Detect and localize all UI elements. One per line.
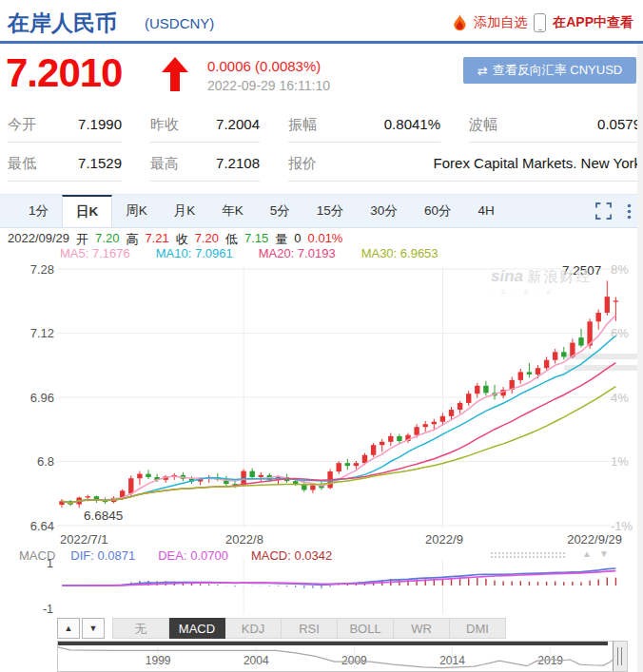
svg-text:8%: 8% [611, 262, 629, 277]
navigator-year-label: 1999 [146, 654, 171, 667]
reverse-rate-button[interactable]: ⇄ 查看反向汇率 CNYUSD [463, 57, 636, 84]
add-watchlist-button[interactable]: 添加自选 [474, 14, 527, 31]
indicator-tab-1[interactable]: MACD [169, 618, 225, 639]
history-line [58, 647, 614, 668]
navigator-range-bar[interactable] [58, 642, 608, 645]
navigator-year-label: 2009 [341, 654, 367, 667]
indicator-tabbar: ▲ ▼ 无MACDKDJRSIBOLLWRDMI [57, 618, 506, 639]
svg-text:6.64: 6.64 [30, 519, 54, 533]
macd-chart[interactable]: 1-1 [0, 555, 643, 618]
stat-high: 最高7.2108 [150, 155, 260, 182]
period-tab-3[interactable]: 月K [161, 195, 209, 227]
page-scrollbar[interactable] [637, 44, 643, 672]
period-tab-8[interactable]: 60分 [411, 195, 465, 227]
dif-line [62, 568, 615, 586]
indicator-tab-2[interactable]: KDJ [225, 618, 282, 639]
navigator-chart: 19992004200920142019 [58, 642, 625, 669]
period-tab-1[interactable]: 日K [62, 195, 112, 227]
svg-text:6.96: 6.96 [30, 391, 54, 405]
x-axis-label: 2022/9/29 [567, 532, 622, 547]
svg-text:-1%: -1% [611, 519, 633, 533]
stat-low: 最低7.1529 [8, 155, 122, 182]
candlestick-chart[interactable]: 7.288%7.126%6.964%6.81%6.64-1%7.25076.68… [0, 262, 643, 549]
navigator-year-label: 2014 [439, 654, 465, 667]
ma-legend: MA5: 7.1676 MA10: 7.0961 MA20: 7.0193 MA… [60, 246, 438, 260]
header: 在岸人民币 (USDCNY) 添加自选 在APP中查看 [0, 0, 643, 41]
macd-y-bottom: -1 [43, 603, 53, 616]
low-annotation: 6.6845 [84, 509, 123, 523]
high-annotation: 7.2507 [562, 263, 601, 278]
indicator-tab-3[interactable]: RSI [282, 618, 338, 639]
svg-text:6.8: 6.8 [37, 454, 54, 469]
svg-text:7.28: 7.28 [30, 262, 54, 277]
macd-y-top: 1 [47, 557, 53, 570]
fullscreen-icon[interactable] [595, 202, 612, 220]
price-change: 0.0006 (0.0083%) [207, 58, 321, 74]
page-title: 在岸人民币 [8, 9, 117, 38]
indicator-tab-6[interactable]: DMI [450, 618, 506, 639]
swap-icon: ⇄ [477, 64, 488, 78]
period-tab-6[interactable]: 15分 [303, 195, 358, 227]
up-arrow-icon [162, 57, 188, 91]
header-divider [0, 41, 643, 44]
phone-icon [534, 13, 546, 32]
navigator-year-label: 2004 [244, 654, 269, 667]
flame-icon [453, 14, 467, 32]
ma5-line [62, 316, 615, 503]
scroll-left-button[interactable]: ▲ [57, 618, 80, 639]
period-tab-9[interactable]: 4H [464, 195, 507, 227]
ma10-value: MA10: 7.0961 [156, 246, 233, 260]
stat-range: 波幅0.0579 [469, 116, 641, 143]
period-tab-2[interactable]: 周K [112, 195, 161, 227]
x-axis-label: 2022/9 [425, 532, 463, 547]
indicator-tab-0[interactable]: 无 [112, 618, 169, 639]
period-tab-4[interactable]: 年K [208, 195, 257, 227]
stat-amplitude: 振幅0.8041% [288, 116, 440, 143]
more-menu-icon[interactable] [627, 203, 632, 220]
period-tab-0[interactable]: 1分 [15, 195, 62, 227]
candles-group [59, 280, 618, 508]
x-axis-label: 2022/7/1 [60, 532, 108, 547]
svg-text:1%: 1% [611, 454, 629, 469]
symbol-code: (USDCNY) [145, 15, 214, 31]
quote-timestamp: 2022-09-29 16:11:10 [207, 78, 330, 93]
quote-stats: 今开7.1990 昨收7.2004 振幅0.8041% 波幅0.0579 最低7… [8, 116, 641, 182]
indicator-tab-5[interactable]: WR [394, 618, 450, 639]
stat-open: 今开7.1990 [8, 116, 122, 143]
scroll-right-button[interactable]: ▼ [82, 618, 105, 639]
last-price: 7.2010 [6, 50, 122, 96]
stat-quote-source: 报价Forex Capital Markets. New York [288, 155, 641, 182]
x-axis-label: 2022/8 [225, 532, 263, 547]
navigator-handle[interactable] [613, 642, 627, 671]
ma30-value: MA30: 6.9653 [361, 246, 438, 260]
ma5-value: MA5: 7.1676 [60, 246, 130, 260]
period-tab-7[interactable]: 30分 [357, 195, 411, 227]
period-tabbar: 1分日K周K月K年K5分15分30分60分4H [0, 194, 643, 228]
indicator-tab-4[interactable]: BOLL [338, 618, 394, 639]
view-in-app-button[interactable]: 在APP中查看 [553, 14, 633, 31]
period-tab-5[interactable]: 5分 [257, 195, 303, 227]
ma20-value: MA20: 7.0193 [259, 246, 336, 260]
stat-prev-close: 昨收7.2004 [150, 116, 260, 143]
svg-text:7.12: 7.12 [30, 326, 54, 340]
usdcny-quote-page: { "header": { "title": "在岸人民币", "symbol"… [0, 0, 643, 672]
history-navigator[interactable]: 19992004200920142019 [57, 641, 628, 672]
ma10-line [62, 336, 615, 503]
svg-text:4%: 4% [611, 391, 629, 405]
